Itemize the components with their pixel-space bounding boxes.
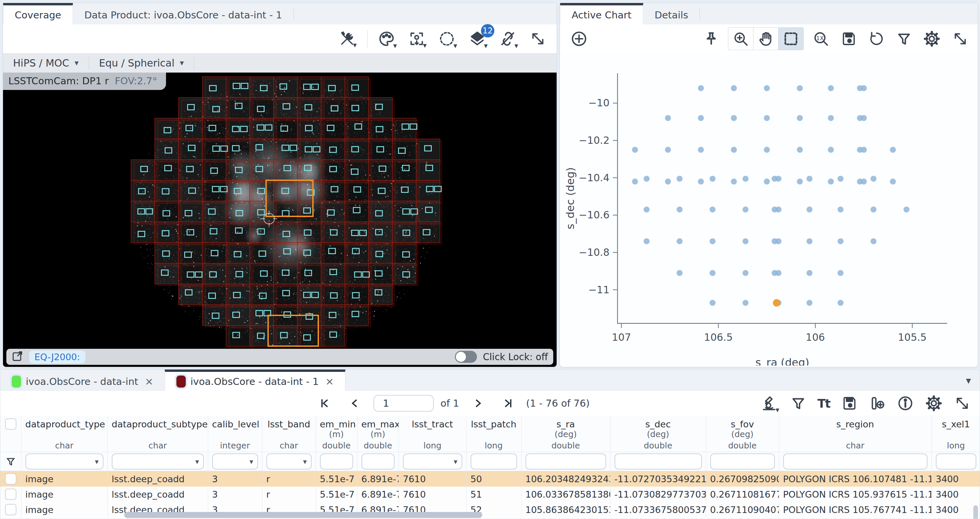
page-number-input[interactable]: 1: [374, 395, 434, 412]
tab-data-product[interactable]: Data Product: ivoa.ObsCore - data-int - …: [73, 3, 294, 24]
column-header-calib_level[interactable]: calib_levelinteger: [208, 416, 262, 452]
filter-input-s_dec[interactable]: [614, 454, 702, 470]
table-row[interactable]: imagelsst.deep_coadd3r5.51e-76.891e-7761…: [0, 471, 980, 487]
table-cell: 5.51e-7: [316, 487, 357, 502]
projection-label: Equ / Spherical: [99, 57, 175, 69]
filter-input-s_xel1[interactable]: [936, 454, 976, 470]
text-options-icon[interactable]: Tt: [814, 395, 834, 412]
pan-hand-icon[interactable]: [753, 28, 778, 50]
column-header-s_fov[interactable]: s_fov(deg)double: [706, 416, 779, 452]
projection-dropdown[interactable]: Equ / Spherical ▾: [89, 53, 194, 73]
filter-cell-calib_level: ▾: [208, 452, 262, 471]
save-icon[interactable]: [837, 29, 860, 49]
svg-text:−10: −10: [589, 97, 609, 109]
chevron-down-icon: ▾: [484, 44, 488, 48]
coordinate-readout[interactable]: EQ-J2000:: [29, 351, 85, 363]
column-header-dataproduct_subtype[interactable]: dataproduct_subtypechar: [107, 416, 208, 452]
column-header-lsst_band[interactable]: lsst_bandchar: [262, 416, 316, 452]
expand-icon[interactable]: [948, 29, 972, 49]
gear-icon[interactable]: [922, 393, 946, 414]
expand-icon[interactable]: [526, 29, 550, 49]
page-prev-icon[interactable]: [346, 395, 364, 411]
add-chart-icon[interactable]: [567, 28, 591, 49]
filter-cell-s_dec: [610, 452, 706, 471]
filter-select-lsst_band[interactable]: ▾: [266, 454, 312, 470]
zoom-1x-icon[interactable]: 1X: [809, 29, 833, 49]
horizontal-scrollbar[interactable]: [124, 512, 482, 518]
close-icon[interactable]: ×: [145, 376, 153, 387]
column-header-lsst_patch[interactable]: lsst_patchlong: [466, 416, 521, 452]
filter-input-em_max[interactable]: [361, 454, 395, 470]
fov-label: FOV:2.7°: [115, 75, 157, 87]
filter-icon[interactable]: [787, 394, 809, 413]
microscope-icon[interactable]: ▾: [757, 393, 783, 414]
tab-obscore-1[interactable]: ivoa.ObsCore - data-int ×: [0, 370, 165, 391]
gear-icon[interactable]: [920, 28, 944, 49]
palette-icon[interactable]: ▾: [374, 28, 400, 49]
coverage-subbar: HiPS / MOC ▾ Equ / Spherical ▾: [3, 53, 557, 73]
hips-moc-dropdown[interactable]: HiPS / MOC ▾: [3, 53, 89, 73]
tab-active-chart[interactable]: Active Chart: [560, 3, 643, 24]
open-expand-icon[interactable]: [12, 351, 23, 363]
save-icon[interactable]: [838, 393, 861, 413]
table-row[interactable]: imagelsst.deep_coadd3r5.51e-76.891e-7761…: [0, 487, 980, 502]
row-range-label: (1 - 76 of 76): [526, 398, 590, 409]
filter-select-lsst_tract[interactable]: ▾: [403, 454, 462, 470]
expand-icon[interactable]: [951, 393, 974, 414]
unlink-icon[interactable]: ▾: [496, 28, 522, 49]
table-cell: lsst.deep_coadd: [107, 471, 208, 487]
row-checkbox[interactable]: [5, 489, 16, 500]
chart-plot-area[interactable]: 107106.5106105.5−10−10.2−10.4−10.6−10.8−…: [561, 53, 977, 366]
tools-icon[interactable]: ▾: [336, 29, 360, 49]
row-checkbox[interactable]: [5, 504, 16, 515]
column-header-lsst_tract[interactable]: lsst_tractlong: [399, 416, 466, 452]
select-area-icon[interactable]: ▾: [435, 28, 461, 49]
tab-obscore-2[interactable]: ivoa.ObsCore - data-int - 1 ×: [165, 370, 345, 391]
restore-icon[interactable]: [865, 29, 888, 49]
filter-cell-lsst_tract: ▾: [399, 452, 466, 471]
page-last-icon[interactable]: [498, 395, 517, 411]
text-options-icon: Tt: [817, 397, 830, 410]
scatter-chart[interactable]: 107106.5106105.5−10−10.2−10.4−10.6−10.8−…: [561, 53, 977, 365]
click-lock-toggle[interactable]: [455, 351, 477, 363]
filter-input-s_region[interactable]: [783, 454, 928, 470]
column-header-s_xel1[interactable]: s_xel1long: [931, 416, 980, 452]
column-header-s_dec[interactable]: s_dec(deg)double: [610, 416, 706, 452]
pin-icon[interactable]: [700, 29, 722, 49]
column-header-s_region[interactable]: s_regionchar: [779, 416, 931, 452]
recenter-icon[interactable]: ▾: [405, 29, 430, 49]
filter-icon[interactable]: [893, 29, 915, 49]
vertical-scrollbar[interactable]: [973, 505, 978, 519]
layers-icon[interactable]: ▾12: [465, 28, 491, 49]
page-first-icon[interactable]: [316, 395, 334, 411]
chevron-down-icon: ▾: [453, 44, 457, 48]
coverage-map-canvas[interactable]: [3, 73, 557, 367]
tab-coverage[interactable]: Coverage: [3, 3, 73, 24]
row-checkbox[interactable]: [5, 473, 16, 484]
column-header-em_min[interactable]: em_min(m)double: [316, 416, 357, 452]
page-next-icon[interactable]: [468, 395, 487, 411]
layer-count-badge: 12: [481, 24, 494, 38]
column-header-em_max[interactable]: em_max(m)double: [357, 416, 399, 452]
column-header-s_ra[interactable]: s_ra(deg)double: [521, 416, 610, 452]
marquee-select-icon[interactable]: [778, 28, 803, 50]
column-header-dataproduct_type[interactable]: dataproduct_typechar: [21, 416, 107, 452]
close-icon[interactable]: ×: [325, 376, 334, 387]
add-column-icon[interactable]: [865, 393, 889, 414]
filter-input-s_fov[interactable]: [710, 454, 775, 470]
filter-row-icon-cell: [0, 452, 21, 471]
filter-input-s_ra[interactable]: [525, 454, 606, 470]
coverage-map[interactable]: LSSTComCam: DP1 r FOV:2.7° EQ-J2000: Cli…: [3, 73, 557, 367]
select-all-checkbox[interactable]: [5, 418, 16, 430]
filter-input-em_min[interactable]: [320, 454, 353, 470]
svg-text:1X: 1X: [816, 35, 824, 41]
tab-details[interactable]: Details: [643, 3, 700, 24]
collapse-tables-icon[interactable]: ▾: [957, 375, 980, 386]
filter-select-dataproduct_subtype[interactable]: ▾: [112, 454, 204, 470]
filter-select-calib_level[interactable]: ▾: [212, 454, 258, 470]
filter-input-lsst_patch[interactable]: [471, 454, 517, 470]
filter-select-dataproduct_type[interactable]: ▾: [25, 454, 103, 470]
zoom-in-icon[interactable]: [728, 28, 753, 50]
table-cell: POLYGON ICRS 105.767741 -11.167920 1(: [779, 502, 931, 517]
info-icon[interactable]: [894, 393, 917, 414]
